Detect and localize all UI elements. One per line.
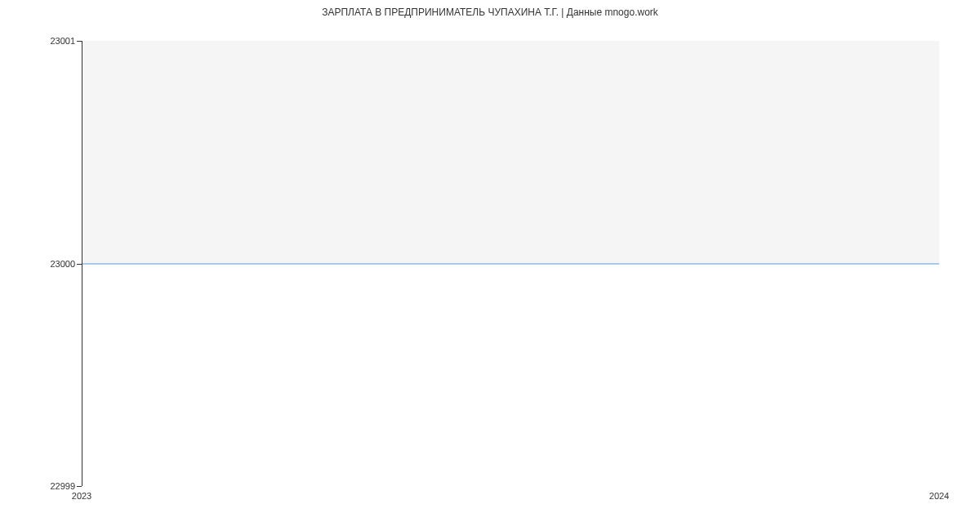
data-series-line bbox=[82, 263, 939, 264]
chart-title: ЗАРПЛАТА В ПРЕДПРИНИМАТЕЛЬ ЧУПАХИНА Т.Г.… bbox=[0, 0, 980, 18]
y-axis-tick bbox=[77, 264, 82, 265]
y-axis-tick bbox=[77, 486, 82, 487]
y-axis-label: 23001 bbox=[50, 36, 75, 46]
y-axis-label: 22999 bbox=[50, 481, 75, 491]
plot-background-bottom bbox=[82, 264, 939, 487]
plot-background bbox=[82, 41, 939, 486]
y-axis-label: 23000 bbox=[50, 259, 75, 269]
x-axis-label: 2023 bbox=[72, 491, 91, 501]
y-axis-tick bbox=[77, 41, 82, 42]
x-axis-label: 2024 bbox=[929, 491, 949, 501]
chart-plot-area: 23001 23000 22999 2023 2024 bbox=[82, 41, 939, 486]
